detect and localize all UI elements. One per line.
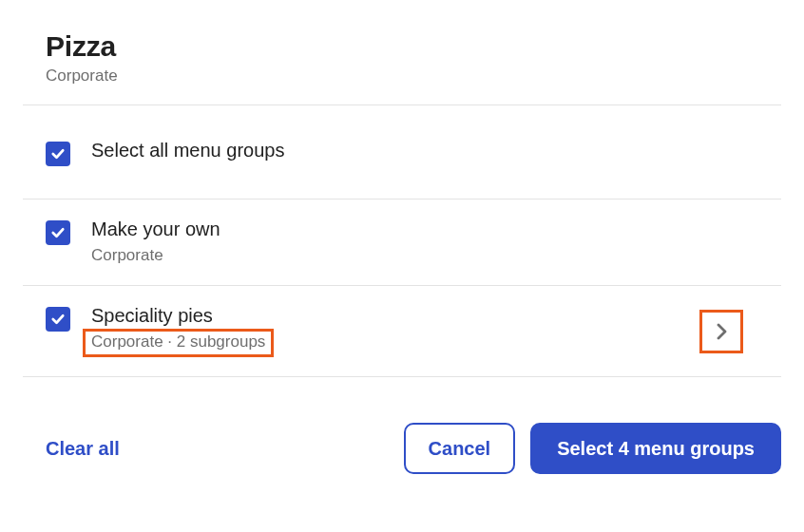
actions-right: Cancel Select 4 menu groups [404, 423, 781, 474]
dialog-actions: Clear all Cancel Select 4 menu groups [0, 377, 804, 497]
page-title: Pizza [46, 30, 758, 63]
dialog: Pizza Corporate Select all menu groups M… [0, 0, 804, 497]
menu-group-label: Make your own [91, 217, 758, 241]
select-button[interactable]: Select 4 menu groups [530, 423, 781, 474]
checkbox-item[interactable] [46, 220, 70, 245]
row-content: Make your own Corporate [91, 217, 758, 266]
highlighted-subtext: Corporate · 2 subgroups [91, 328, 758, 357]
menu-group-row[interactable]: Speciality pies Corporate · 2 subgroups [0, 286, 804, 376]
select-all-label: Select all menu groups [91, 138, 758, 162]
expand-subgroups-button[interactable] [699, 310, 743, 353]
chevron-right-icon [710, 320, 733, 343]
dialog-header: Pizza Corporate [0, 0, 804, 104]
menu-group-row[interactable]: Make your own Corporate [0, 200, 804, 285]
menu-group-label: Speciality pies [91, 303, 758, 328]
checkbox-select-all[interactable] [46, 142, 70, 166]
check-icon [49, 145, 67, 162]
select-all-row[interactable]: Select all menu groups [0, 105, 804, 199]
page-subtitle: Corporate [46, 66, 758, 86]
cancel-button[interactable]: Cancel [404, 423, 516, 474]
menu-group-sub: Corporate · 2 subgroups [83, 329, 274, 357]
check-icon [49, 224, 67, 241]
checkbox-item[interactable] [46, 307, 70, 332]
row-content: Speciality pies Corporate · 2 subgroups [91, 303, 758, 357]
check-icon [49, 311, 67, 328]
menu-group-sub: Corporate [91, 245, 758, 266]
clear-all-link[interactable]: Clear all [46, 438, 120, 460]
row-content: Select all menu groups [91, 138, 758, 162]
